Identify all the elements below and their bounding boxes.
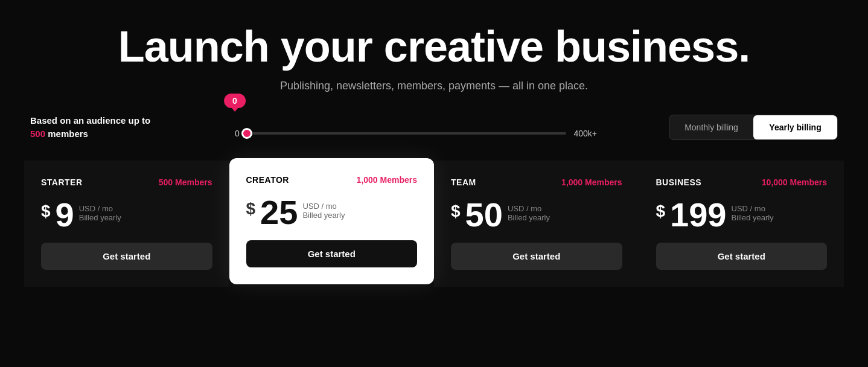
get-started-button[interactable]: Get started	[246, 240, 418, 267]
price-meta: USD / mo Billed yearly	[732, 204, 774, 222]
get-started-button[interactable]: Get started	[451, 243, 622, 270]
plan-card-starter: STARTER 500 Members $ 9 USD / mo Billed …	[24, 161, 229, 287]
plan-name: BUSINESS	[656, 177, 702, 187]
price-row: $ 25 USD / mo Billed yearly	[246, 196, 418, 229]
price-per: USD / mo	[508, 204, 550, 213]
audience-label: Based on an audience up to 500 members	[30, 114, 163, 141]
plan-header: BUSINESS 10,000 Members	[656, 177, 828, 187]
slider-container: 0 0 400k+	[235, 116, 597, 138]
tooltip-value: 0	[232, 96, 237, 106]
price-row: $ 199 USD / mo Billed yearly	[656, 198, 828, 232]
price-billing: Billed yearly	[302, 211, 345, 220]
hero-title: Launch your creative business.	[118, 24, 750, 70]
billing-monthly[interactable]: Monthly billing	[669, 115, 753, 139]
get-started-button[interactable]: Get started	[41, 243, 212, 270]
slider-track-wrapper: 0 400k+	[235, 129, 597, 138]
slider-min-label: 0	[235, 129, 240, 138]
price-billing: Billed yearly	[79, 213, 121, 222]
audience-count: 500	[30, 129, 45, 139]
price-billing: Billed yearly	[732, 213, 774, 222]
plan-members: 1,000 Members	[357, 175, 417, 185]
controls-row: Based on an audience up to 500 members 0…	[24, 114, 844, 141]
price-dollar: $	[246, 199, 256, 219]
billing-toggle: Monthly billing Yearly billing	[669, 115, 838, 140]
slider-track[interactable]	[247, 132, 567, 135]
price-billing: Billed yearly	[508, 213, 550, 222]
price-amount: 25	[260, 196, 298, 229]
plan-name: STARTER	[41, 177, 83, 187]
hero-subtitle: Publishing, newsletters, members, paymen…	[280, 80, 588, 92]
get-started-button[interactable]: Get started	[656, 243, 828, 270]
plan-name: CREATOR	[246, 175, 289, 185]
price-row: $ 50 USD / mo Billed yearly	[451, 198, 622, 232]
plan-name: TEAM	[451, 177, 476, 187]
price-amount: 50	[465, 198, 503, 232]
plan-card-team: TEAM 1,000 Members $ 50 USD / mo Billed …	[434, 161, 639, 287]
slider-max-label: 400k+	[573, 129, 597, 138]
billing-yearly[interactable]: Yearly billing	[753, 115, 837, 139]
plan-members: 1,000 Members	[561, 177, 622, 187]
price-dollar: $	[41, 202, 51, 221]
price-row: $ 9 USD / mo Billed yearly	[41, 198, 212, 232]
plan-header: TEAM 1,000 Members	[451, 177, 622, 187]
price-meta: USD / mo Billed yearly	[508, 204, 550, 222]
audience-prefix: Based on an audience up to	[30, 115, 150, 126]
price-amount: 9	[56, 198, 74, 232]
plan-members: 10,000 Members	[762, 177, 827, 187]
price-per: USD / mo	[302, 202, 345, 211]
price-per: USD / mo	[79, 204, 121, 213]
price-meta: USD / mo Billed yearly	[302, 202, 345, 220]
slider-thumb[interactable]	[241, 128, 252, 139]
plan-header: CREATOR 1,000 Members	[246, 175, 418, 185]
price-dollar: $	[451, 202, 461, 221]
plan-members: 500 Members	[159, 177, 212, 187]
plan-card-creator: CREATOR 1,000 Members $ 25 USD / mo Bill…	[229, 158, 435, 284]
plan-header: STARTER 500 Members	[41, 177, 212, 187]
price-dollar: $	[656, 202, 666, 221]
audience-suffix: members	[48, 129, 88, 139]
plan-card-business: BUSINESS 10,000 Members $ 199 USD / mo B…	[639, 161, 844, 287]
plans-row: STARTER 500 Members $ 9 USD / mo Billed …	[24, 161, 844, 287]
page-wrapper: Launch your creative business. Publishin…	[0, 0, 868, 367]
price-per: USD / mo	[732, 204, 774, 213]
price-amount: 199	[670, 198, 726, 232]
slider-tooltip: 0	[224, 94, 246, 108]
price-meta: USD / mo Billed yearly	[79, 204, 121, 222]
